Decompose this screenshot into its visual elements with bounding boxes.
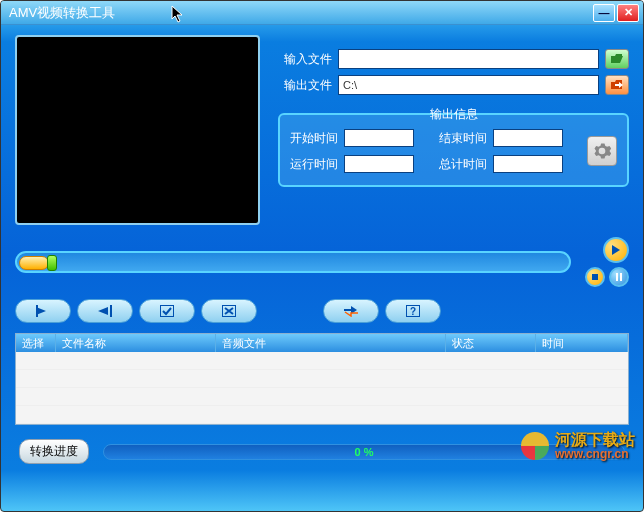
col-status[interactable]: 状态 — [446, 334, 536, 352]
convert-button[interactable] — [323, 299, 379, 323]
start-time-field[interactable] — [344, 129, 414, 147]
video-preview — [15, 35, 260, 225]
total-time-field[interactable] — [493, 155, 563, 173]
check-box-icon — [160, 305, 174, 317]
x-box-icon — [222, 305, 236, 317]
seek-fill — [19, 256, 49, 270]
table-body[interactable] — [16, 352, 628, 425]
watermark: 河源下载站 www.cngr.cn — [521, 432, 635, 460]
svg-rect-1 — [616, 273, 618, 281]
seek-slider[interactable] — [15, 251, 571, 273]
folder-arrow-icon — [610, 79, 624, 91]
gear-icon — [592, 141, 612, 161]
cursor-icon — [171, 5, 187, 25]
table-row — [16, 352, 628, 370]
run-time-field[interactable] — [344, 155, 414, 173]
play-button[interactable] — [603, 237, 629, 263]
check-button[interactable] — [139, 299, 195, 323]
convert-icon — [343, 305, 359, 317]
convert-progress-label: 转换进度 — [19, 439, 89, 464]
col-filename[interactable]: 文件名称 — [56, 334, 216, 352]
mark-start-button[interactable] — [15, 299, 71, 323]
svg-rect-4 — [110, 305, 112, 317]
end-time-field[interactable] — [493, 129, 563, 147]
watermark-logo-icon — [521, 432, 549, 460]
stop-icon — [591, 273, 599, 281]
close-button[interactable]: ✕ — [617, 4, 639, 22]
help-icon: ? — [406, 305, 420, 317]
svg-rect-0 — [592, 274, 598, 280]
watermark-text1: 河源下载站 — [555, 432, 635, 448]
mark-end-button[interactable] — [77, 299, 133, 323]
run-time-label: 运行时间 — [290, 156, 338, 173]
convert-percent: 0 % — [355, 446, 374, 458]
table-row — [16, 388, 628, 406]
pause-icon — [615, 273, 623, 281]
input-file-field[interactable] — [338, 49, 599, 69]
output-file-field[interactable] — [338, 75, 599, 95]
total-time-label: 总计时间 — [439, 156, 487, 173]
browse-input-button[interactable] — [605, 49, 629, 69]
titlebar: AMV视频转换工具 — ✕ — [1, 1, 643, 25]
input-file-label: 输入文件 — [278, 51, 332, 68]
settings-button[interactable] — [587, 136, 617, 166]
watermark-text2: www.cngr.cn — [555, 448, 635, 460]
folder-open-icon — [610, 53, 624, 65]
window-title: AMV视频转换工具 — [9, 4, 115, 22]
table-header: 选择 文件名称 音频文件 状态 时间 — [16, 334, 628, 352]
svg-rect-5 — [160, 305, 174, 317]
output-info-panel: 输出信息 开始时间 结束时间 运行时间 总计时间 — [278, 113, 629, 187]
mark-start-icon — [35, 305, 51, 317]
browse-output-button[interactable] — [605, 75, 629, 95]
end-time-label: 结束时间 — [439, 130, 487, 147]
col-select[interactable]: 选择 — [16, 334, 56, 352]
mark-end-icon — [97, 305, 113, 317]
svg-text:?: ? — [410, 306, 416, 317]
seek-handle[interactable] — [47, 255, 57, 271]
col-time[interactable]: 时间 — [536, 334, 628, 352]
output-info-legend: 输出信息 — [424, 106, 484, 123]
uncheck-button[interactable] — [201, 299, 257, 323]
minimize-button[interactable]: — — [593, 4, 615, 22]
svg-rect-2 — [620, 273, 622, 281]
stop-button[interactable] — [585, 267, 605, 287]
output-file-label: 输出文件 — [278, 77, 332, 94]
file-table: 选择 文件名称 音频文件 状态 时间 — [15, 333, 629, 425]
pause-button[interactable] — [609, 267, 629, 287]
app-window: AMV视频转换工具 — ✕ 输入文件 输出文件 — [0, 0, 644, 512]
table-row — [16, 370, 628, 388]
play-icon — [611, 245, 621, 255]
col-audiofile[interactable]: 音频文件 — [216, 334, 446, 352]
table-row — [16, 406, 628, 424]
help-button[interactable]: ? — [385, 299, 441, 323]
start-time-label: 开始时间 — [290, 130, 338, 147]
